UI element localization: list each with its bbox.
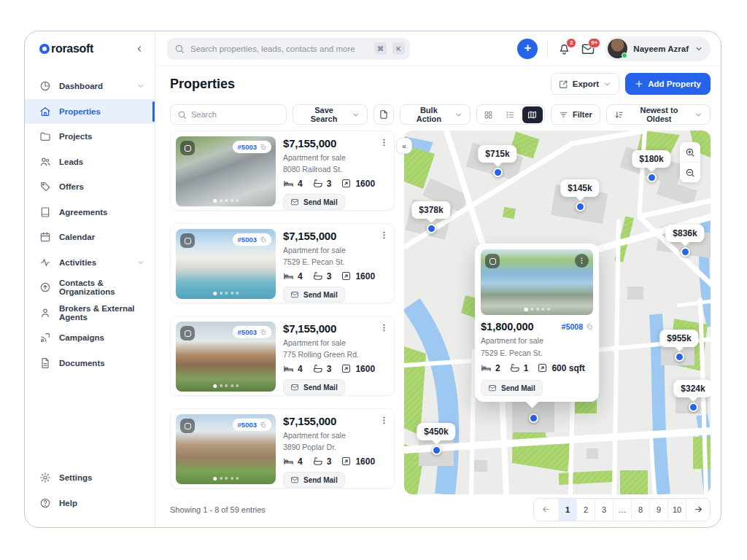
- page-button[interactable]: 9: [649, 499, 667, 521]
- bed-icon: [283, 271, 294, 281]
- mail-icon: [290, 475, 299, 484]
- map-marker-dot[interactable]: [529, 413, 538, 423]
- export-button[interactable]: Export: [551, 73, 619, 95]
- list-search[interactable]: [170, 104, 287, 125]
- notifications-button[interactable]: 2: [557, 42, 571, 55]
- list-search-input[interactable]: [191, 110, 279, 119]
- popup-menu-button[interactable]: [575, 254, 589, 268]
- carousel-dots[interactable]: [213, 292, 239, 296]
- list-view-button[interactable]: [500, 106, 521, 123]
- sidebar-item-documents[interactable]: Documents: [25, 351, 155, 376]
- carousel-dots[interactable]: [524, 308, 550, 312]
- map-marker-dot[interactable]: [576, 202, 585, 211]
- map-view-button[interactable]: [522, 106, 543, 123]
- filter-button[interactable]: Filter: [551, 104, 600, 125]
- map[interactable]: $715k$180k$145k$378k$836k$955k$324k$450k…: [404, 131, 711, 494]
- card-menu-button[interactable]: [379, 323, 389, 332]
- sidebar-item-settings[interactable]: Settings: [25, 465, 155, 491]
- map-price-marker[interactable]: $324k: [673, 380, 711, 397]
- page-button[interactable]: 10: [667, 499, 686, 521]
- zoom-in-button[interactable]: [680, 142, 700, 162]
- property-id-badge[interactable]: #5003: [233, 233, 271, 246]
- property-card[interactable]: #5003 $7,155,000 Apartment for sale 7529…: [170, 223, 395, 303]
- page-button[interactable]: 2: [576, 499, 595, 521]
- select-checkbox[interactable]: [180, 419, 195, 433]
- map-price-marker[interactable]: $836k: [665, 225, 704, 242]
- select-checkbox[interactable]: [180, 326, 195, 341]
- select-checkbox[interactable]: [180, 141, 195, 155]
- carousel-dots[interactable]: [213, 384, 239, 389]
- map-price-marker[interactable]: $378k: [411, 201, 450, 219]
- map-marker-dot[interactable]: [675, 352, 684, 362]
- send-mail-button[interactable]: Send Mail: [283, 379, 345, 395]
- sidebar-item-activities[interactable]: Activities: [25, 250, 155, 276]
- page-button[interactable]: 8: [631, 499, 649, 521]
- sidebar-item-dashboard[interactable]: Dashboard: [25, 74, 155, 99]
- map-popup-card[interactable]: $1,800,000 #5008 Apartment for sale 7529…: [475, 244, 599, 402]
- map-price-marker[interactable]: $955k: [659, 330, 698, 347]
- map-price-marker[interactable]: $715k: [478, 145, 516, 163]
- area-icon: [537, 362, 548, 373]
- pagination-row: Showing 1 - 8 of 59 entries 1 2 3 … 8 9 …: [155, 494, 721, 527]
- quick-add-button[interactable]: +: [517, 39, 538, 59]
- sidebar-item-properties[interactable]: Properties: [25, 99, 155, 125]
- map-marker-dot[interactable]: [681, 247, 690, 257]
- property-id-badge[interactable]: #5003: [233, 419, 271, 431]
- sidebar-item-leads[interactable]: Leads: [25, 149, 155, 175]
- page-button[interactable]: 1: [558, 499, 576, 521]
- card-menu-button[interactable]: [379, 416, 389, 425]
- grid-view-button[interactable]: [479, 106, 499, 123]
- property-price: $7,155,000: [283, 230, 389, 242]
- global-search-input[interactable]: [190, 44, 368, 53]
- send-mail-button[interactable]: Send Mail: [283, 194, 345, 210]
- sort-dropdown[interactable]: Newest to Oldest: [606, 104, 711, 125]
- property-id-badge[interactable]: #5003: [233, 141, 271, 153]
- sidebar-item-contacts[interactable]: Contacts & Organizations: [25, 275, 155, 300]
- sidebar-item-projects[interactable]: Projects: [25, 124, 155, 149]
- card-menu-button[interactable]: [379, 138, 389, 147]
- bulk-action-dropdown[interactable]: Bulk Action: [400, 104, 471, 125]
- card-menu-button[interactable]: [379, 230, 389, 240]
- property-card[interactable]: #5003 $7,155,000 Apartment for sale 3890…: [170, 408, 395, 489]
- sidebar-item-calendar[interactable]: Calendar: [25, 225, 155, 250]
- map-price-marker[interactable]: $450k: [417, 423, 455, 440]
- property-card[interactable]: #5003 $7,155,000 Apartment for sale 775 …: [170, 316, 395, 396]
- send-mail-button[interactable]: Send Mail: [283, 472, 345, 488]
- save-search-dropdown[interactable]: Save Search: [293, 104, 368, 125]
- property-info: $7,155,000 Apartment for sale 775 Rollin…: [283, 322, 389, 390]
- map-marker-dot[interactable]: [647, 173, 657, 182]
- sidebar-item-brokers[interactable]: Brokers & External Agents: [25, 300, 155, 326]
- map-price-marker[interactable]: $145k: [560, 179, 599, 197]
- prev-page-button[interactable]: [534, 499, 558, 521]
- map-price-marker[interactable]: $180k: [632, 150, 670, 168]
- notifications-badge: 2: [566, 38, 576, 48]
- sidebar-item-help[interactable]: Help: [25, 491, 155, 516]
- add-property-button[interactable]: Add Property: [625, 73, 711, 95]
- select-checkbox[interactable]: [485, 254, 500, 268]
- zoom-out-button[interactable]: [680, 163, 700, 182]
- user-menu[interactable]: Nayeem Azraf: [605, 36, 711, 61]
- sidebar-item-offers[interactable]: Offers: [25, 174, 155, 200]
- property-card[interactable]: #5003 $7,155,000 Apartment for sale 8080…: [170, 131, 395, 211]
- map-collapse-button[interactable]: «: [396, 138, 412, 154]
- send-mail-button[interactable]: Send Mail: [283, 287, 345, 303]
- next-page-button[interactable]: [686, 499, 710, 521]
- sidebar-item-campaigns[interactable]: Campaigns: [25, 325, 155, 351]
- popup-id-badge[interactable]: #5008: [562, 322, 593, 331]
- send-mail-button[interactable]: Send Mail: [481, 380, 543, 396]
- property-id-badge[interactable]: #5003: [233, 326, 271, 338]
- sidebar-item-agreements[interactable]: Agreements: [25, 200, 155, 225]
- messages-button[interactable]: 9+: [581, 42, 595, 56]
- map-marker-dot[interactable]: [432, 446, 441, 455]
- sidebar-collapse-icon[interactable]: [134, 44, 144, 54]
- map-marker-dot[interactable]: [689, 402, 698, 412]
- map-marker-dot[interactable]: [427, 224, 436, 233]
- carousel-dots[interactable]: [213, 477, 239, 481]
- carousel-dots[interactable]: [213, 199, 239, 203]
- page-button[interactable]: 3: [595, 499, 613, 521]
- map-marker-dot[interactable]: [493, 168, 503, 177]
- global-search[interactable]: ⌘ K: [167, 38, 410, 60]
- pagination: 1 2 3 … 8 9 10: [533, 498, 711, 521]
- save-search-button[interactable]: [374, 104, 394, 125]
- select-checkbox[interactable]: [180, 233, 195, 248]
